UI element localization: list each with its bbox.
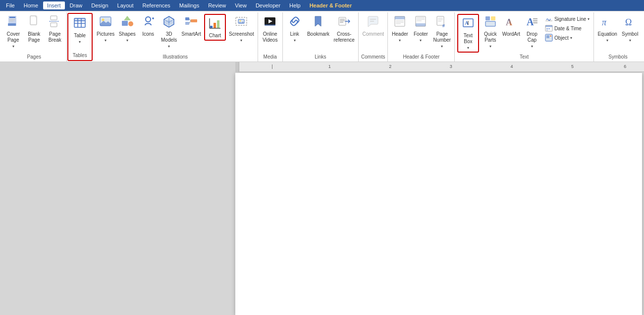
text-box-button[interactable]: A TextBox ▾ — [458, 15, 478, 52]
svg-rect-16 — [74, 18, 85, 21]
object-button[interactable]: Object ▾ — [543, 33, 592, 42]
table-button[interactable]: Table ▾ — [70, 15, 90, 46]
page-break-button[interactable]: PageBreak — [45, 13, 65, 44]
table-label: Table — [74, 33, 86, 39]
quick-parts-button[interactable]: QuickParts ▾ — [481, 13, 500, 50]
symbol-button[interactable]: Ω Symbol ▾ — [620, 13, 640, 44]
footer-button[interactable]: Footer ▾ — [411, 13, 430, 44]
menu-mailings[interactable]: Mailings — [175, 1, 203, 9]
menu-header-footer[interactable]: Header & Footer — [306, 1, 356, 9]
icons-button[interactable]: Icons — [138, 13, 158, 38]
svg-rect-72 — [533, 22, 537, 23]
bookmark-icon — [311, 14, 325, 30]
symbol-icon: Ω — [623, 14, 637, 30]
svg-rect-42 — [340, 19, 345, 20]
ribbon-group-illustrations: Pictures ▾ Shapes ▾ — [93, 12, 258, 62]
ruler-mark-5: 4 — [510, 64, 513, 69]
ribbon-group-tables: Table ▾ Tables — [67, 13, 93, 61]
cross-reference-button[interactable]: Cross-reference — [332, 13, 356, 44]
svg-rect-30 — [214, 23, 216, 28]
date-time-button[interactable]: Date & Time — [543, 24, 592, 33]
menu-help[interactable]: Help — [285, 1, 305, 9]
table-icon — [73, 16, 87, 32]
svg-line-28 — [189, 21, 191, 23]
link-icon — [288, 14, 302, 30]
header-button[interactable]: Header ▾ — [390, 13, 410, 44]
equation-icon: π — [600, 14, 614, 30]
menu-bar: File Home Insert Draw Design Layout Refe… — [0, 0, 644, 11]
quick-parts-label: QuickParts — [484, 31, 497, 43]
page-break-icon — [48, 14, 62, 30]
online-videos-button[interactable]: OnlineVideos — [260, 13, 280, 44]
drop-cap-button[interactable]: A DropCap ▾ — [522, 13, 542, 50]
menu-view[interactable]: View — [231, 1, 251, 9]
cover-page-button[interactable]: CoverPage ▾ — [3, 13, 23, 50]
svg-rect-67 — [491, 16, 495, 20]
bookmark-button[interactable]: Bookmark — [306, 13, 331, 38]
drop-cap-icon: A — [525, 14, 539, 30]
tables-group-label: Tables — [70, 52, 90, 59]
menu-review[interactable]: Review — [204, 1, 230, 9]
page-break-label: PageBreak — [49, 31, 61, 43]
svg-text:π: π — [602, 17, 607, 27]
comment-button[interactable]: Comment — [361, 13, 385, 38]
svg-rect-25 — [185, 22, 189, 25]
cross-reference-label: Cross-reference — [334, 31, 355, 43]
svg-point-23 — [164, 20, 174, 25]
menu-file[interactable]: File — [2, 1, 19, 9]
comments-group-label: Comments — [361, 53, 385, 61]
quick-parts-arrow: ▾ — [489, 44, 491, 49]
ruler: | 1 2 3 4 5 6 — [239, 62, 644, 72]
page-number-button[interactable]: # PageNumber ▾ — [431, 13, 452, 50]
document-page[interactable] — [235, 73, 642, 315]
pictures-button[interactable]: Pictures ▾ — [95, 13, 116, 44]
screenshot-icon — [234, 14, 248, 30]
screenshot-button[interactable]: Screenshot ▾ — [227, 13, 256, 44]
svg-text:A: A — [527, 16, 534, 27]
menu-references[interactable]: References — [139, 1, 174, 9]
link-arrow: ▾ — [294, 38, 296, 43]
page-number-icon: # — [435, 14, 449, 30]
svg-rect-59 — [438, 19, 443, 20]
screenshot-label: Screenshot — [229, 31, 254, 37]
menu-home[interactable]: Home — [20, 1, 42, 9]
pages-items: CoverPage ▾ BlankPage — [4, 13, 64, 53]
menu-developer[interactable]: Developer — [252, 1, 284, 9]
online-videos-label: OnlineVideos — [263, 31, 277, 43]
3d-models-label: 3DModels — [161, 31, 177, 43]
menu-layout[interactable]: Layout — [113, 1, 138, 9]
quick-parts-icon — [483, 14, 497, 30]
text-items: A TextBox ▾ — [457, 13, 591, 53]
svg-text:A: A — [506, 17, 512, 27]
signature-line-button[interactable]: Signature Line ▾ — [543, 14, 592, 23]
svg-rect-58 — [438, 18, 443, 19]
header-label: Header — [392, 31, 408, 37]
blank-page-button[interactable]: BlankPage — [24, 13, 44, 44]
3d-models-button[interactable]: 3DModels ▾ — [159, 13, 179, 50]
menu-draw[interactable]: Draw — [66, 1, 87, 9]
link-button[interactable]: Link ▾ — [285, 13, 305, 44]
date-time-label: Date & Time — [554, 26, 582, 31]
wordart-label: WordArt — [502, 31, 521, 37]
shapes-button[interactable]: Shapes ▾ — [117, 13, 138, 44]
smartart-button[interactable]: SmartArt — [180, 13, 203, 38]
menu-design[interactable]: Design — [87, 1, 112, 9]
text-group-label: Text — [457, 53, 591, 61]
chart-button[interactable]: Chart — [205, 15, 225, 40]
menu-insert[interactable]: Insert — [43, 1, 65, 9]
wordart-button[interactable]: A WordArt — [501, 13, 521, 38]
svg-rect-60 — [438, 21, 441, 22]
ribbon: CoverPage ▾ BlankPage — [0, 11, 644, 62]
svg-marker-21 — [124, 16, 131, 20]
signature-line-arrow: ▾ — [588, 17, 590, 21]
equation-button[interactable]: π Equation ▾ — [596, 13, 619, 44]
svg-rect-80 — [546, 35, 549, 38]
svg-rect-4 — [9, 21, 13, 21]
svg-rect-49 — [396, 20, 404, 21]
ribbon-group-comments: Comment Comments — [359, 12, 388, 62]
comment-icon — [366, 14, 380, 30]
links-group-label: Links — [285, 53, 356, 61]
ribbon-group-text: A TextBox ▾ — [455, 12, 594, 62]
ruler-mark-2: 1 — [328, 64, 331, 69]
header-icon — [393, 14, 407, 30]
